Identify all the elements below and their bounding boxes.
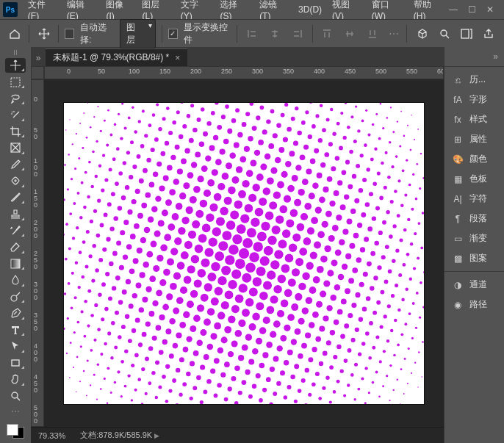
more-align-icon[interactable]: ⋯ bbox=[389, 28, 399, 40]
marquee-tool[interactable] bbox=[5, 74, 26, 89]
align-right-icon[interactable] bbox=[289, 24, 306, 43]
svg-point-935 bbox=[386, 375, 388, 377]
home-icon[interactable] bbox=[6, 24, 23, 43]
file-info[interactable]: 文档:878.9K/585.9K ▶ bbox=[80, 430, 159, 441]
svg-point-198 bbox=[187, 114, 191, 118]
panel-styles[interactable]: fx样式 bbox=[444, 109, 504, 129]
canvas-viewport[interactable] bbox=[44, 79, 444, 427]
stamp-tool[interactable] bbox=[5, 206, 26, 221]
move-tool[interactable] bbox=[5, 58, 26, 73]
svg-point-216 bbox=[118, 300, 123, 305]
dodge-tool[interactable] bbox=[5, 289, 26, 304]
panel-channels[interactable]: ◑通道 bbox=[444, 275, 504, 295]
ruler-origin[interactable] bbox=[31, 66, 44, 79]
panel-para[interactable]: ¶段落 bbox=[444, 209, 504, 228]
menu-3d[interactable]: 3D(D) bbox=[294, 2, 326, 17]
align-bottom-icon[interactable] bbox=[364, 24, 381, 43]
ruler-horizontal[interactable]: 050100150200250300350400450500550600 bbox=[44, 66, 444, 79]
color-swatches[interactable] bbox=[5, 422, 26, 440]
pen-tool[interactable] bbox=[5, 306, 26, 320]
brush-tool[interactable] bbox=[5, 190, 26, 205]
showtransform-checkbox[interactable]: ✓ bbox=[168, 29, 178, 39]
svg-point-214 bbox=[126, 278, 131, 284]
type-tool[interactable] bbox=[5, 323, 26, 337]
svg-point-580 bbox=[263, 281, 272, 289]
ruler-vertical[interactable]: 050100150200250300350400450500 bbox=[31, 79, 44, 427]
panel-props[interactable]: ⊞属性 bbox=[444, 129, 504, 149]
eyedropper-tool[interactable] bbox=[5, 157, 26, 172]
autoselect-target-select[interactable]: 图层 bbox=[120, 19, 156, 48]
svg-point-130 bbox=[91, 278, 95, 282]
svg-point-539 bbox=[292, 175, 298, 181]
wand-tool[interactable] bbox=[5, 107, 26, 122]
gradient-tool[interactable] bbox=[5, 256, 26, 271]
svg-point-44 bbox=[73, 202, 76, 205]
svg-point-493 bbox=[214, 322, 221, 329]
autoselect-checkbox[interactable] bbox=[65, 29, 74, 39]
collapse-panels-icon[interactable]: » bbox=[493, 51, 498, 62]
svg-point-26 bbox=[86, 136, 88, 138]
panel-char[interactable]: A|字符 bbox=[444, 189, 504, 209]
eraser-tool[interactable] bbox=[5, 239, 26, 254]
share-icon[interactable] bbox=[479, 24, 498, 43]
panel-swatch[interactable]: ▦色板 bbox=[444, 169, 504, 189]
svg-point-807 bbox=[410, 148, 412, 151]
svg-point-155 bbox=[112, 251, 118, 256]
panel-history[interactable]: ⎌历... bbox=[444, 70, 504, 90]
history-brush-tool[interactable] bbox=[5, 223, 26, 238]
svg-point-513 bbox=[265, 211, 274, 220]
document-tab[interactable]: 未标题-1 @ 79.3%(RGB/8#) * × bbox=[46, 48, 187, 66]
minimize-button[interactable]: — bbox=[449, 4, 458, 15]
tab-grip-icon[interactable]: » bbox=[31, 50, 46, 66]
zoom-level[interactable]: 79.33% bbox=[38, 431, 65, 440]
hand-tool[interactable] bbox=[5, 372, 26, 386]
svg-point-563 bbox=[330, 107, 333, 110]
svg-point-79 bbox=[90, 219, 93, 223]
panel-paths[interactable]: ◉路径 bbox=[444, 295, 504, 314]
svg-point-544 bbox=[272, 225, 281, 234]
search-icon[interactable] bbox=[435, 24, 454, 43]
more-tools-icon[interactable]: ⋯ bbox=[11, 406, 20, 417]
panel-pattern[interactable]: ▩图案 bbox=[444, 248, 504, 268]
canvas[interactable] bbox=[64, 103, 424, 404]
close-button[interactable]: ✕ bbox=[486, 4, 494, 15]
panel-glyph[interactable]: fA字形 bbox=[444, 90, 504, 109]
foreground-swatch[interactable] bbox=[7, 424, 18, 436]
crop-tool[interactable] bbox=[5, 124, 26, 139]
svg-point-186 bbox=[112, 286, 116, 290]
align-left-icon[interactable] bbox=[243, 24, 260, 43]
svg-point-375 bbox=[155, 360, 159, 364]
align-hcenter-icon[interactable] bbox=[266, 24, 283, 43]
path-tool[interactable] bbox=[5, 339, 26, 353]
svg-point-522 bbox=[231, 305, 240, 313]
tab-close-icon[interactable]: × bbox=[175, 53, 180, 63]
svg-point-19 bbox=[64, 164, 66, 166]
workspace-icon[interactable] bbox=[457, 24, 476, 43]
align-vcenter-icon[interactable] bbox=[342, 24, 359, 43]
svg-point-148 bbox=[139, 178, 144, 183]
toolbar-grip[interactable] bbox=[4, 50, 26, 55]
svg-point-252 bbox=[110, 356, 113, 359]
svg-point-668 bbox=[314, 241, 321, 248]
panel-color[interactable]: 🎨颜色 bbox=[444, 149, 504, 169]
svg-point-835 bbox=[420, 153, 422, 154]
move-tool-icon[interactable] bbox=[35, 24, 52, 43]
svg-point-766 bbox=[326, 305, 332, 311]
svg-point-92 bbox=[134, 130, 137, 134]
svg-point-357 bbox=[222, 173, 229, 180]
panel-grad[interactable]: ▭渐变 bbox=[444, 228, 504, 248]
3dmode-icon[interactable] bbox=[413, 24, 432, 43]
heal-tool[interactable] bbox=[5, 173, 26, 188]
lasso-tool[interactable] bbox=[5, 91, 26, 106]
svg-point-730 bbox=[335, 249, 342, 256]
svg-point-664 bbox=[329, 200, 335, 206]
zoom-tool[interactable] bbox=[5, 389, 26, 403]
maximize-button[interactable]: ☐ bbox=[468, 4, 476, 15]
svg-point-740 bbox=[298, 353, 303, 358]
align-top-icon[interactable] bbox=[318, 24, 335, 43]
rect-tool[interactable] bbox=[5, 356, 26, 370]
svg-point-786 bbox=[372, 216, 376, 220]
blur-tool[interactable] bbox=[5, 273, 26, 287]
frame-tool[interactable] bbox=[5, 140, 26, 155]
svg-point-651 bbox=[252, 383, 257, 389]
